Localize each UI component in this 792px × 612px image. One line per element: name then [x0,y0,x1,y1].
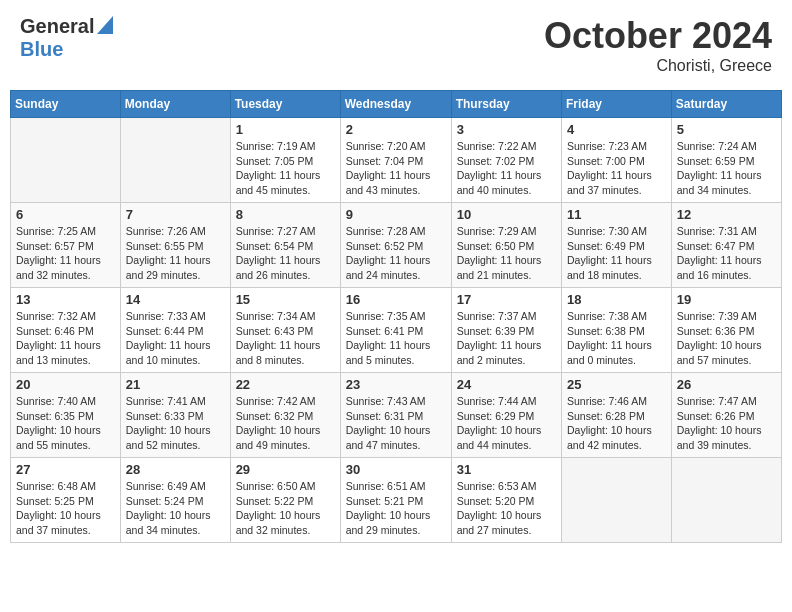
day-number: 19 [677,292,776,307]
day-number: 1 [236,122,335,137]
day-number: 2 [346,122,446,137]
weekday-header-wednesday: Wednesday [340,91,451,118]
day-info: Sunrise: 7:19 AM Sunset: 7:05 PM Dayligh… [236,139,335,198]
day-number: 4 [567,122,666,137]
day-number: 12 [677,207,776,222]
day-info: Sunrise: 7:27 AM Sunset: 6:54 PM Dayligh… [236,224,335,283]
day-info: Sunrise: 7:47 AM Sunset: 6:26 PM Dayligh… [677,394,776,453]
weekday-header-row: SundayMondayTuesdayWednesdayThursdayFrid… [11,91,782,118]
day-number: 9 [346,207,446,222]
day-info: Sunrise: 7:23 AM Sunset: 7:00 PM Dayligh… [567,139,666,198]
week-row-1: 1Sunrise: 7:19 AM Sunset: 7:05 PM Daylig… [11,118,782,203]
calendar-cell: 15Sunrise: 7:34 AM Sunset: 6:43 PM Dayli… [230,288,340,373]
day-number: 3 [457,122,556,137]
week-row-2: 6Sunrise: 7:25 AM Sunset: 6:57 PM Daylig… [11,203,782,288]
day-info: Sunrise: 7:32 AM Sunset: 6:46 PM Dayligh… [16,309,115,368]
calendar-cell: 19Sunrise: 7:39 AM Sunset: 6:36 PM Dayli… [671,288,781,373]
day-info: Sunrise: 7:42 AM Sunset: 6:32 PM Dayligh… [236,394,335,453]
calendar-cell: 30Sunrise: 6:51 AM Sunset: 5:21 PM Dayli… [340,458,451,543]
weekday-header-tuesday: Tuesday [230,91,340,118]
day-info: Sunrise: 7:25 AM Sunset: 6:57 PM Dayligh… [16,224,115,283]
day-info: Sunrise: 7:40 AM Sunset: 6:35 PM Dayligh… [16,394,115,453]
logo-blue-text: Blue [20,38,63,60]
day-info: Sunrise: 7:20 AM Sunset: 7:04 PM Dayligh… [346,139,446,198]
logo-general-text: General [20,15,94,38]
day-info: Sunrise: 7:24 AM Sunset: 6:59 PM Dayligh… [677,139,776,198]
day-info: Sunrise: 7:37 AM Sunset: 6:39 PM Dayligh… [457,309,556,368]
calendar-cell: 21Sunrise: 7:41 AM Sunset: 6:33 PM Dayli… [120,373,230,458]
calendar-cell: 13Sunrise: 7:32 AM Sunset: 6:46 PM Dayli… [11,288,121,373]
day-info: Sunrise: 7:28 AM Sunset: 6:52 PM Dayligh… [346,224,446,283]
day-number: 15 [236,292,335,307]
weekday-header-monday: Monday [120,91,230,118]
calendar-cell: 10Sunrise: 7:29 AM Sunset: 6:50 PM Dayli… [451,203,561,288]
day-number: 25 [567,377,666,392]
weekday-header-sunday: Sunday [11,91,121,118]
calendar-cell: 16Sunrise: 7:35 AM Sunset: 6:41 PM Dayli… [340,288,451,373]
day-number: 10 [457,207,556,222]
day-number: 20 [16,377,115,392]
day-number: 13 [16,292,115,307]
day-info: Sunrise: 7:31 AM Sunset: 6:47 PM Dayligh… [677,224,776,283]
calendar-cell: 17Sunrise: 7:37 AM Sunset: 6:39 PM Dayli… [451,288,561,373]
calendar-cell [120,118,230,203]
calendar-cell: 18Sunrise: 7:38 AM Sunset: 6:38 PM Dayli… [562,288,672,373]
calendar-cell: 3Sunrise: 7:22 AM Sunset: 7:02 PM Daylig… [451,118,561,203]
day-info: Sunrise: 7:29 AM Sunset: 6:50 PM Dayligh… [457,224,556,283]
day-info: Sunrise: 7:46 AM Sunset: 6:28 PM Dayligh… [567,394,666,453]
logo-triangle-icon [97,16,113,38]
calendar-cell: 2Sunrise: 7:20 AM Sunset: 7:04 PM Daylig… [340,118,451,203]
calendar-cell [671,458,781,543]
calendar-cell: 12Sunrise: 7:31 AM Sunset: 6:47 PM Dayli… [671,203,781,288]
calendar-cell: 14Sunrise: 7:33 AM Sunset: 6:44 PM Dayli… [120,288,230,373]
month-title: October 2024 [544,15,772,57]
day-info: Sunrise: 7:38 AM Sunset: 6:38 PM Dayligh… [567,309,666,368]
day-number: 11 [567,207,666,222]
calendar-cell [11,118,121,203]
day-number: 6 [16,207,115,222]
day-number: 21 [126,377,225,392]
calendar-table: SundayMondayTuesdayWednesdayThursdayFrid… [10,90,782,543]
title-block: October 2024 Choristi, Greece [544,15,772,75]
day-number: 23 [346,377,446,392]
day-info: Sunrise: 6:49 AM Sunset: 5:24 PM Dayligh… [126,479,225,538]
svg-marker-0 [97,16,113,34]
day-number: 22 [236,377,335,392]
day-info: Sunrise: 6:51 AM Sunset: 5:21 PM Dayligh… [346,479,446,538]
day-info: Sunrise: 7:22 AM Sunset: 7:02 PM Dayligh… [457,139,556,198]
calendar-cell: 27Sunrise: 6:48 AM Sunset: 5:25 PM Dayli… [11,458,121,543]
day-info: Sunrise: 6:48 AM Sunset: 5:25 PM Dayligh… [16,479,115,538]
calendar-cell: 5Sunrise: 7:24 AM Sunset: 6:59 PM Daylig… [671,118,781,203]
day-number: 7 [126,207,225,222]
week-row-3: 13Sunrise: 7:32 AM Sunset: 6:46 PM Dayli… [11,288,782,373]
calendar-cell: 31Sunrise: 6:53 AM Sunset: 5:20 PM Dayli… [451,458,561,543]
weekday-header-thursday: Thursday [451,91,561,118]
day-info: Sunrise: 6:53 AM Sunset: 5:20 PM Dayligh… [457,479,556,538]
day-info: Sunrise: 7:35 AM Sunset: 6:41 PM Dayligh… [346,309,446,368]
week-row-5: 27Sunrise: 6:48 AM Sunset: 5:25 PM Dayli… [11,458,782,543]
calendar-cell: 7Sunrise: 7:26 AM Sunset: 6:55 PM Daylig… [120,203,230,288]
day-info: Sunrise: 7:39 AM Sunset: 6:36 PM Dayligh… [677,309,776,368]
day-number: 18 [567,292,666,307]
calendar-cell: 25Sunrise: 7:46 AM Sunset: 6:28 PM Dayli… [562,373,672,458]
day-info: Sunrise: 7:43 AM Sunset: 6:31 PM Dayligh… [346,394,446,453]
calendar-cell [562,458,672,543]
calendar-cell: 29Sunrise: 6:50 AM Sunset: 5:22 PM Dayli… [230,458,340,543]
day-info: Sunrise: 7:34 AM Sunset: 6:43 PM Dayligh… [236,309,335,368]
day-number: 8 [236,207,335,222]
calendar-cell: 22Sunrise: 7:42 AM Sunset: 6:32 PM Dayli… [230,373,340,458]
day-number: 16 [346,292,446,307]
day-number: 26 [677,377,776,392]
calendar-cell: 4Sunrise: 7:23 AM Sunset: 7:00 PM Daylig… [562,118,672,203]
page-header: General Blue October 2024 Choristi, Gree… [10,10,782,80]
logo: General Blue [20,15,113,61]
day-number: 17 [457,292,556,307]
calendar-cell: 9Sunrise: 7:28 AM Sunset: 6:52 PM Daylig… [340,203,451,288]
calendar-cell: 8Sunrise: 7:27 AM Sunset: 6:54 PM Daylig… [230,203,340,288]
day-info: Sunrise: 7:33 AM Sunset: 6:44 PM Dayligh… [126,309,225,368]
day-number: 28 [126,462,225,477]
calendar-cell: 6Sunrise: 7:25 AM Sunset: 6:57 PM Daylig… [11,203,121,288]
calendar-cell: 24Sunrise: 7:44 AM Sunset: 6:29 PM Dayli… [451,373,561,458]
calendar-cell: 28Sunrise: 6:49 AM Sunset: 5:24 PM Dayli… [120,458,230,543]
day-number: 24 [457,377,556,392]
